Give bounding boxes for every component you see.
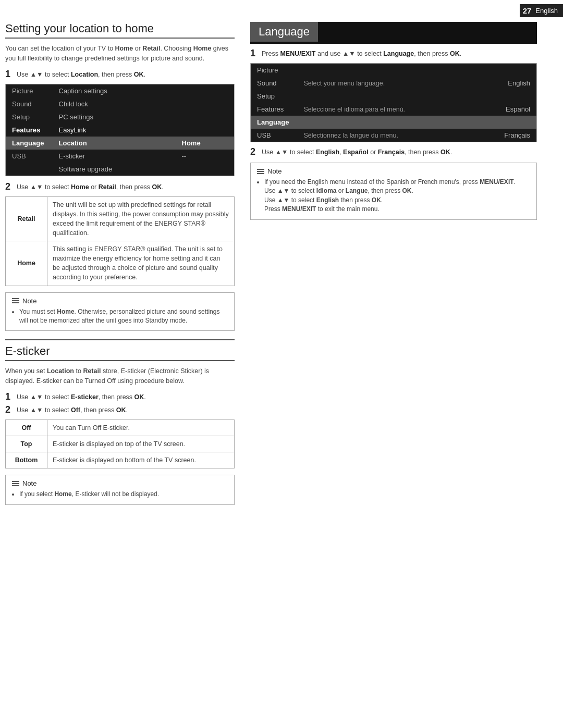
menu-col-dash: --: [176, 150, 235, 163]
note-label: Note: [22, 297, 36, 305]
lang-menu-features: Features Seleccione el idioma para el me…: [251, 103, 537, 116]
esticker-divider: [5, 339, 235, 340]
location-note-header: Note: [12, 297, 228, 305]
bottom-label: Bottom: [6, 452, 47, 468]
off-row: Off You can Turn Off E-sticker.: [6, 419, 235, 436]
menu-row-software: Software upgrade: [6, 163, 235, 176]
lang-step2-text: Use ▲▼ to select English, Español or Fra…: [262, 147, 452, 157]
language-menu-table: Picture Sound Select your menu language.…: [250, 63, 537, 142]
menu-col-childlock: Child lock: [53, 97, 176, 110]
top-row: Top E-sticker is displayed on top of the…: [6, 436, 235, 452]
left-column: Setting your location to home You can se…: [5, 22, 245, 513]
page-header: 27 English: [520, 4, 563, 17]
location-note-box: Note You must set Home. Otherwise, perso…: [5, 292, 235, 331]
lang-note-label: Note: [267, 167, 282, 175]
step2-number: 2: [5, 181, 17, 192]
esticker-note-label: Note: [22, 479, 36, 487]
lang-step1-num: 1: [250, 48, 262, 59]
retail-label: Retail: [6, 196, 47, 241]
off-label: Off: [6, 419, 47, 436]
esticker-note-body: If you select Home, E-sticker will not b…: [12, 490, 228, 499]
lang-step1: 1 Press MENU/EXIT and use ▲▼ to select L…: [250, 49, 537, 59]
menu-row-language: Language Location Home: [6, 137, 235, 150]
lang-step2: 2 Use ▲▼ to select English, Español or F…: [250, 147, 537, 157]
esticker-step1-num: 1: [5, 391, 17, 402]
lang-menu-sound: Sound Select your menu language. English: [251, 77, 537, 90]
menu-row-setup: Setup PC settings: [6, 110, 235, 124]
step1-number: 1: [5, 69, 17, 80]
esticker-step1: 1 Use ▲▼ to select E-sticker, then press…: [5, 392, 235, 402]
lang-note-header: Note: [257, 167, 530, 175]
menu-col-home: Home: [176, 137, 235, 150]
lang-menu-picture: Picture: [251, 64, 537, 77]
location-step1: 1 Use ▲▼ to select Location, then press …: [5, 70, 235, 80]
home-retail-table: Retail The unit will be set up with pred…: [5, 196, 235, 286]
step2-text: Use ▲▼ to select Home or Retail, then pr…: [17, 182, 164, 192]
menu-col-sound: Sound: [6, 97, 53, 110]
esticker-step2: 2 Use ▲▼ to select Off, then press OK.: [5, 405, 235, 415]
menu-col-esticker: E-sticker: [53, 150, 176, 163]
page-language: English: [535, 7, 558, 15]
retail-row: Retail The unit will be set up with pred…: [6, 196, 235, 241]
menu-col-usb: USB: [6, 150, 53, 163]
menu-col-software: Software upgrade: [53, 163, 176, 176]
esticker-note-icon: [12, 481, 19, 486]
location-step2: 2 Use ▲▼ to select Home or Retail, then …: [5, 182, 235, 192]
retail-desc: The unit will be set up with predefined …: [47, 196, 235, 241]
home-label: Home: [6, 241, 47, 286]
page-number: 27: [523, 6, 532, 15]
language-title: Language: [259, 25, 310, 38]
esticker-step1-text: Use ▲▼ to select E-sticker, then press O…: [17, 392, 146, 402]
esticker-note-header: Note: [12, 479, 228, 487]
off-desc: You can Turn Off E-sticker.: [47, 419, 235, 436]
home-row: Home This setting is ENERGY STAR® qualif…: [6, 241, 235, 286]
bottom-row: Bottom E-sticker is displayed on bottom …: [6, 452, 235, 468]
esticker-intro: When you set Location to Retail store, E…: [5, 366, 235, 386]
menu-col-features: Features: [6, 124, 53, 137]
esticker-step2-text: Use ▲▼ to select Off, then press OK.: [17, 405, 128, 415]
language-header-bar: Language: [250, 22, 537, 44]
location-menu-table: Picture Caption settings Sound Child loc…: [5, 84, 235, 176]
lang-step1-text: Press MENU/EXIT and use ▲▼ to select Lan…: [262, 49, 461, 59]
step1-text: Use ▲▼ to select Location, then press OK…: [17, 70, 145, 80]
menu-col-easylink: EasyLink: [53, 124, 176, 137]
esticker-note-item1: If you select Home, E-sticker will not b…: [19, 490, 228, 499]
lang-menu-setup: Setup: [251, 90, 537, 103]
menu-col-setup: Setup: [6, 110, 53, 124]
lang-note-icon: [257, 169, 264, 174]
menu-col-location: Location: [53, 137, 176, 150]
bottom-desc: E-sticker is displayed on bottom of the …: [47, 452, 235, 468]
top-desc: E-sticker is displayed on top of the TV …: [47, 436, 235, 452]
esticker-table: Off You can Turn Off E-sticker. Top E-st…: [5, 419, 235, 468]
menu-row-sound: Sound Child lock: [6, 97, 235, 110]
location-intro: You can set the location of your TV to H…: [5, 44, 235, 64]
lang-menu-language: Language: [251, 116, 537, 129]
menu-col-language: Language: [6, 137, 53, 150]
menu-col-pc: PC settings: [53, 110, 176, 124]
top-label: Top: [6, 436, 47, 452]
menu-row-features: Features EasyLink: [6, 124, 235, 137]
location-section-title: Setting your location to home: [5, 22, 235, 39]
menu-col-picture: Picture: [6, 84, 53, 97]
menu-row-picture: Picture Caption settings: [6, 84, 235, 97]
home-desc: This setting is ENERGY STAR® qualified. …: [47, 241, 235, 286]
menu-col-caption: Caption settings: [53, 84, 176, 97]
esticker-step2-num: 2: [5, 404, 17, 415]
note-icon: [12, 298, 19, 303]
menu-row-usb: USB E-sticker --: [6, 150, 235, 163]
main-content: Setting your location to home You can se…: [0, 22, 563, 513]
location-note-item1: You must set Home. Otherwise, personaliz…: [19, 307, 228, 326]
esticker-title: E-sticker: [5, 344, 235, 361]
location-note-body: You must set Home. Otherwise, personaliz…: [12, 307, 228, 326]
esticker-section: E-sticker When you set Location to Retai…: [5, 339, 235, 504]
esticker-note-box: Note If you select Home, E-sticker will …: [5, 475, 235, 504]
lang-menu-usb: USB Sélectionnez la langue du menu. Fran…: [251, 129, 537, 142]
lang-step2-num: 2: [250, 146, 262, 157]
lang-note-item1: If you need the English menu instead of …: [264, 178, 530, 214]
lang-note-box: Note If you need the English menu instea…: [250, 163, 537, 220]
lang-note-body: If you need the English menu instead of …: [257, 178, 530, 214]
right-column: Language 1 Press MENU/EXIT and use ▲▼ to…: [245, 22, 537, 513]
